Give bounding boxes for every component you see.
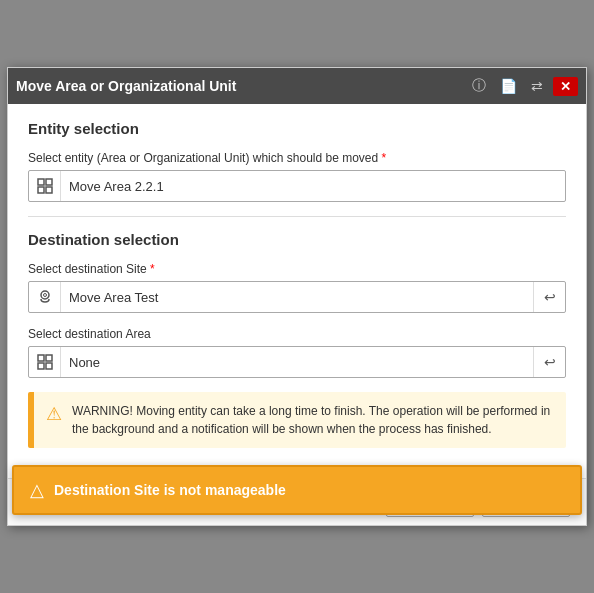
site-input-icon: [29, 282, 61, 312]
entity-field-label: Select entity (Area or Organizational Un…: [28, 151, 566, 165]
toast-notification: △ Destination Site is not manageable: [12, 465, 582, 515]
warning-box: ⚠ WARNING! Moving entity can take a long…: [28, 392, 566, 448]
entity-input-row[interactable]: Move Area 2.2.1: [28, 170, 566, 202]
warning-text: WARNING! Moving entity can take a long t…: [72, 402, 554, 438]
section-divider: [28, 216, 566, 217]
required-star-site: *: [150, 262, 155, 276]
svg-rect-0: [38, 179, 44, 185]
site-field-label: Select destination Site *: [28, 262, 566, 276]
dialog-wrapper: Move Area or Organizational Unit ⓘ 📄 ⇄ ✕…: [0, 0, 594, 593]
svg-rect-9: [46, 363, 52, 369]
area-field-label: Select destination Area: [28, 327, 566, 341]
dialog-titlebar: Move Area or Organizational Unit ⓘ 📄 ⇄ ✕: [8, 68, 586, 104]
destination-section-title: Destination selection: [28, 231, 566, 252]
svg-point-5: [43, 294, 46, 297]
area-input-icon: [29, 347, 61, 377]
toast-warning-icon: △: [30, 479, 44, 501]
entity-value: Move Area 2.2.1: [61, 179, 565, 194]
main-dialog: Move Area or Organizational Unit ⓘ 📄 ⇄ ✕…: [7, 67, 587, 526]
dialog-body: Entity selection Select entity (Area or …: [8, 104, 586, 478]
titlebar-icons: ⓘ 📄 ⇄ ✕: [468, 75, 578, 97]
svg-rect-6: [38, 355, 44, 361]
info-icon[interactable]: ⓘ: [468, 75, 490, 97]
svg-rect-1: [46, 179, 52, 185]
svg-rect-2: [38, 187, 44, 193]
area-value: None: [61, 355, 533, 370]
svg-rect-3: [46, 187, 52, 193]
site-reset-button[interactable]: ↩: [533, 282, 565, 312]
svg-rect-7: [46, 355, 52, 361]
area-input-row[interactable]: None ↩: [28, 346, 566, 378]
entity-input-icon: [29, 171, 61, 201]
required-star-entity: *: [382, 151, 387, 165]
entity-section-title: Entity selection: [28, 120, 566, 141]
toast-message: Destination Site is not manageable: [54, 482, 286, 498]
area-reset-button[interactable]: ↩: [533, 347, 565, 377]
detach-icon[interactable]: ⇄: [527, 76, 547, 96]
svg-point-4: [41, 291, 49, 299]
site-value: Move Area Test: [61, 290, 533, 305]
site-input-row[interactable]: Move Area Test ↩: [28, 281, 566, 313]
dialog-title: Move Area or Organizational Unit: [16, 78, 236, 94]
export-icon[interactable]: 📄: [496, 76, 521, 96]
svg-rect-8: [38, 363, 44, 369]
close-button[interactable]: ✕: [553, 77, 578, 96]
warning-icon: ⚠: [46, 403, 62, 425]
